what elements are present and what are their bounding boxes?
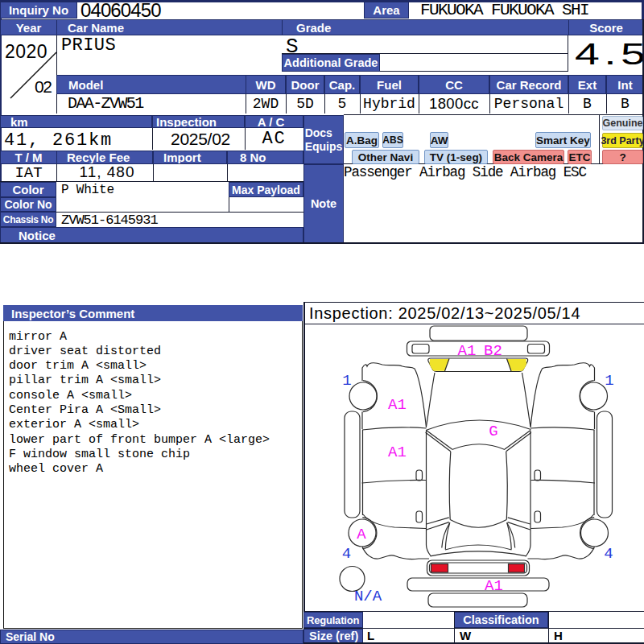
svg-text:A: A xyxy=(357,526,366,543)
svg-text:1: 1 xyxy=(342,372,351,390)
svg-text:A1: A1 xyxy=(485,577,503,595)
svg-text:G: G xyxy=(489,423,497,440)
svg-text:N/A: N/A xyxy=(354,588,382,605)
svg-text:A1: A1 xyxy=(458,342,477,360)
svg-text:B2: B2 xyxy=(484,342,502,360)
svg-text:A1: A1 xyxy=(388,396,407,414)
svg-text:4: 4 xyxy=(604,545,613,563)
svg-text:1: 1 xyxy=(605,372,613,390)
svg-text:A1: A1 xyxy=(388,444,407,461)
svg-text:4: 4 xyxy=(342,545,351,563)
